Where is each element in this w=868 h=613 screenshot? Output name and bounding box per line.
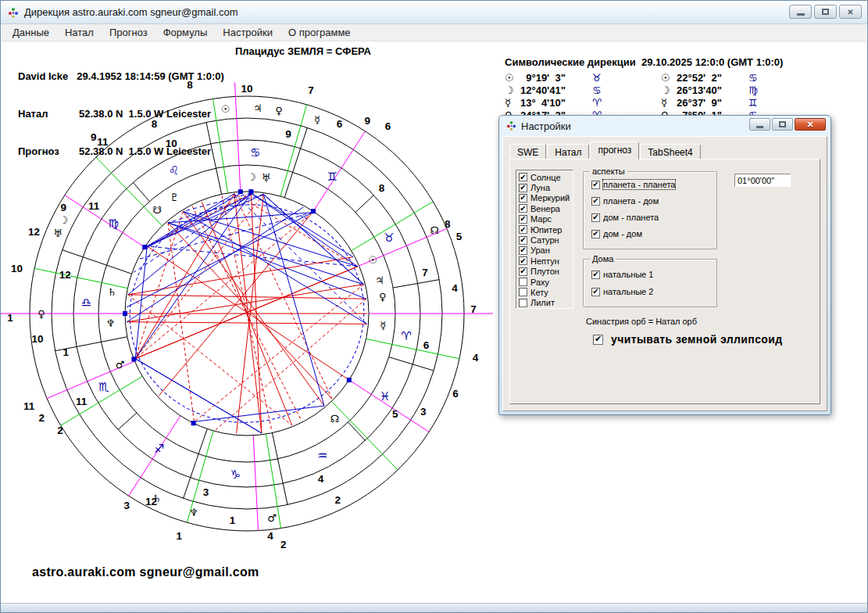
svg-text:1: 1 bbox=[7, 312, 13, 324]
aspects-group: аспекты ✔планета - планета✔планета - дом… bbox=[583, 171, 717, 249]
close-icon: ✕ bbox=[847, 8, 853, 16]
checkbox-Солнце[interactable]: ✔ bbox=[519, 173, 527, 181]
minimize-button[interactable] bbox=[789, 5, 812, 19]
svg-text:11: 11 bbox=[76, 396, 88, 407]
settings-dialog: Настройки ✕ SWEНаталпрогнозTabSheet4 ✔Со… bbox=[498, 115, 831, 415]
dialog-close-button[interactable]: ✕ bbox=[795, 118, 826, 131]
checkbox-Меркурий[interactable]: ✔ bbox=[519, 194, 527, 203]
checkbox-Лилит[interactable] bbox=[519, 299, 527, 307]
checkbox-label: натальные 2 bbox=[603, 287, 653, 296]
dialog-minimize-button[interactable] bbox=[749, 118, 770, 131]
menu-item-Формулы[interactable]: Формулы bbox=[155, 25, 216, 40]
svg-text:☿: ☿ bbox=[314, 114, 320, 126]
planet-position-row: ☿13° 4'10"♈ bbox=[505, 96, 602, 109]
position-value: 26°37' 9" bbox=[677, 97, 748, 109]
checkbox-Раху[interactable] bbox=[519, 278, 527, 286]
svg-text:♂: ♂ bbox=[116, 359, 125, 371]
svg-text:♆: ♆ bbox=[106, 317, 116, 329]
checkbox-Сатурн[interactable]: ✔ bbox=[519, 236, 527, 245]
close-icon: ✕ bbox=[806, 120, 813, 130]
dialog-icon bbox=[506, 120, 517, 131]
menu-item-Прогноз[interactable]: Прогноз bbox=[102, 25, 155, 40]
footer-contact: astro.auraki.com sgneur@gmail.com bbox=[32, 565, 259, 579]
close-button[interactable]: ✕ bbox=[839, 5, 862, 19]
checkbox-Луна[interactable]: ✔ bbox=[519, 184, 527, 192]
svg-text:☿: ☿ bbox=[380, 320, 386, 332]
checkbox-label: дом - дом bbox=[603, 229, 642, 238]
checkbox-Марс[interactable]: ✔ bbox=[519, 215, 527, 224]
checkbox-Уран[interactable]: ✔ bbox=[519, 246, 527, 255]
svg-text:12: 12 bbox=[59, 269, 71, 281]
checkbox-label: Лилит bbox=[530, 298, 555, 307]
svg-text:♃: ♃ bbox=[375, 274, 384, 286]
checkbox-Кету[interactable] bbox=[519, 288, 527, 296]
planet-checkbox-list: ✔Солнце✔Луна✔Меркурий✔Венера✔Марс✔Юпитер… bbox=[516, 170, 573, 309]
ellipsoid-checkbox[interactable]: ✔ bbox=[593, 335, 603, 345]
menu-item-Настройки[interactable]: Настройки bbox=[215, 25, 280, 40]
planet-glyph: ☽ bbox=[505, 84, 520, 96]
svg-text:1: 1 bbox=[230, 514, 236, 526]
aspects-group-label: аспекты bbox=[590, 167, 627, 176]
planet-position-row: ☽12°40'41"♋ bbox=[505, 84, 602, 96]
window-bottom-frame bbox=[1, 603, 867, 612]
svg-text:10: 10 bbox=[11, 263, 23, 274]
svg-text:♅: ♅ bbox=[262, 172, 271, 184]
svg-text:☋: ☋ bbox=[152, 204, 162, 216]
svg-text:1: 1 bbox=[63, 346, 69, 358]
option-row-натальные 2: ✔натальные 2 bbox=[591, 287, 653, 296]
planet-position-row: ☉ 9°19' 3"♉ bbox=[505, 71, 602, 84]
svg-text:8: 8 bbox=[187, 79, 193, 91]
svg-text:♊: ♊ bbox=[327, 170, 337, 184]
planet-row-Плутон: ✔Плутон bbox=[519, 267, 573, 277]
orb-input[interactable] bbox=[734, 174, 791, 187]
checkbox-label: Уран bbox=[530, 246, 550, 255]
checkbox-label: Нептун bbox=[530, 256, 559, 266]
checkbox-label: Кету bbox=[530, 288, 548, 297]
checkbox-Венера[interactable]: ✔ bbox=[519, 204, 527, 213]
checkbox-планета - планета[interactable]: ✔ bbox=[591, 181, 600, 189]
menu-item-Натал[interactable]: Натал bbox=[57, 25, 102, 40]
sign-glyph: ♋ bbox=[592, 84, 602, 96]
maximize-button[interactable] bbox=[814, 5, 837, 19]
svg-text:2: 2 bbox=[280, 539, 287, 550]
svg-text:♐: ♐ bbox=[154, 442, 164, 456]
minimize-icon bbox=[797, 13, 805, 16]
menu-item-Данные[interactable]: Данные bbox=[5, 25, 57, 40]
svg-text:9: 9 bbox=[285, 128, 291, 140]
checkbox-Плутон[interactable]: ✔ bbox=[519, 267, 527, 276]
checkbox-дом - дом[interactable]: ✔ bbox=[591, 230, 600, 238]
menu-item-О программе[interactable]: О программе bbox=[280, 25, 359, 40]
checkbox-label: Раху bbox=[530, 278, 549, 287]
planet-glyph: ☉ bbox=[661, 72, 677, 84]
svg-text:♏: ♏ bbox=[98, 380, 109, 394]
checkbox-натальные 1[interactable]: ✔ bbox=[591, 271, 600, 279]
planet-row-Юпитер: ✔Юпитер bbox=[519, 224, 573, 235]
sign-glyph: ♈ bbox=[592, 97, 602, 109]
checkbox-дом - планета[interactable]: ✔ bbox=[591, 213, 600, 222]
checkbox-планета - дом[interactable]: ✔ bbox=[591, 197, 600, 206]
checkbox-label: Венера bbox=[530, 204, 560, 213]
tab-Натал[interactable]: Натал bbox=[547, 144, 589, 160]
tab-strip: SWEНаталпрогнозTabSheet4 bbox=[509, 142, 702, 160]
synastry-note: Синастрия орб = Натал орб bbox=[586, 317, 697, 326]
tab-прогноз[interactable]: прогноз bbox=[590, 142, 639, 160]
checkbox-label: Юпитер bbox=[530, 225, 562, 235]
tab-SWE[interactable]: SWE bbox=[509, 144, 546, 160]
checkbox-Юпитер[interactable]: ✔ bbox=[519, 225, 527, 234]
checkbox-Нептун[interactable]: ✔ bbox=[519, 256, 527, 265]
dialog-maximize-button[interactable] bbox=[772, 118, 793, 131]
positions-column-1: ☉ 9°19' 3"♉☽12°40'41"♋☿13° 4'10"♈♀24°17'… bbox=[505, 71, 602, 121]
tab-TabSheet4[interactable]: TabSheet4 bbox=[640, 144, 700, 160]
svg-text:10: 10 bbox=[241, 83, 252, 95]
svg-text:5: 5 bbox=[392, 408, 398, 420]
option-row-натальные 1: ✔натальные 1 bbox=[591, 270, 653, 279]
checkbox-натальные 2[interactable]: ✔ bbox=[591, 288, 600, 296]
svg-text:♒: ♒ bbox=[317, 449, 327, 463]
planet-position-row: ☽26°13'40"♍ bbox=[661, 84, 758, 96]
svg-text:♈: ♈ bbox=[401, 329, 411, 343]
dialog-title-bar[interactable]: Настройки ✕ bbox=[499, 116, 830, 136]
checkbox-label: Марс bbox=[530, 214, 552, 224]
title-bar[interactable]: Дирекция astro.auraki.com sgneur@gmail.c… bbox=[1, 1, 867, 24]
svg-text:10: 10 bbox=[31, 333, 43, 345]
svg-text:☉: ☉ bbox=[221, 103, 230, 115]
